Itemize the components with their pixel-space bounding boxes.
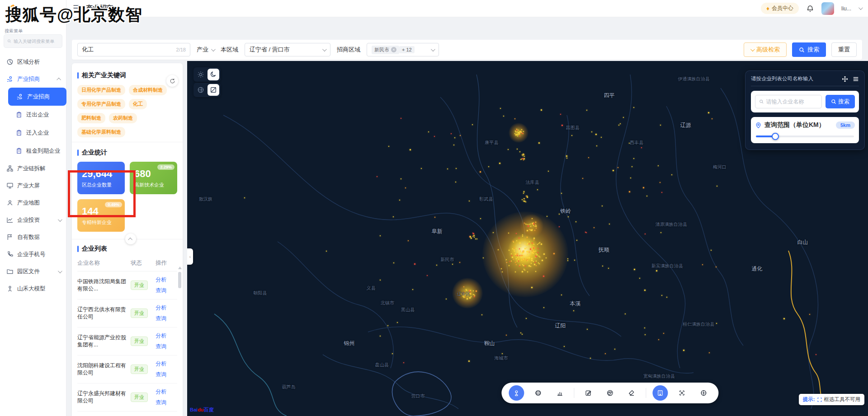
mapbox-icon[interactable] xyxy=(208,84,219,96)
maptype-toggle[interactable] xyxy=(193,83,221,97)
username-label[interactable]: liu... xyxy=(841,5,851,12)
sidebar-item-9[interactable]: 企业投资 xyxy=(0,211,66,229)
pie-icon xyxy=(6,58,14,65)
sidebar-item-8[interactable]: 产业地图 xyxy=(0,194,66,211)
move-icon[interactable] xyxy=(842,76,848,82)
sidebar-item-11[interactable]: 企业手机号 xyxy=(0,246,66,263)
reset-button[interactable]: 重置 xyxy=(831,42,857,57)
keyword-tag[interactable]: 基础化学原料制造 xyxy=(77,127,125,137)
action-link[interactable]: 查询 xyxy=(156,399,174,407)
sidebar-item-10[interactable]: 自有数据 xyxy=(0,229,66,246)
table-row[interactable]: 沈阳市和平区城市管理事务... 开业 分析查询 xyxy=(77,411,177,416)
member-center-button[interactable]: ♦ 会员中心 xyxy=(761,3,799,14)
chevron-up-icon xyxy=(57,77,61,82)
region-select[interactable]: 辽宁省 / 营口市 xyxy=(245,43,330,56)
chevron-down-icon[interactable] xyxy=(859,5,863,10)
map-toolbar xyxy=(501,383,718,403)
keyword-tag[interactable]: 农药制造 xyxy=(109,113,137,123)
action-link[interactable]: 查询 xyxy=(156,343,174,351)
sidebar-item-label: 产业链拆解 xyxy=(17,165,46,173)
table-row[interactable]: 辽宁省能源产业控股集团有... 开业 分析查询 xyxy=(77,327,177,355)
chevron-down-icon xyxy=(750,47,755,51)
geo-search-button[interactable]: 搜索 xyxy=(826,95,855,108)
scroll-up-icon[interactable] xyxy=(178,266,182,269)
notification-bell-icon[interactable] xyxy=(806,5,814,13)
pin-icon[interactable] xyxy=(509,385,524,401)
eraser-icon[interactable] xyxy=(624,385,639,401)
action-link[interactable]: 查询 xyxy=(156,287,174,294)
hamburger-icon[interactable]: ☰ xyxy=(73,4,80,13)
list-icon[interactable] xyxy=(853,76,859,82)
action-link[interactable]: 分析 xyxy=(156,304,174,312)
globe-icon[interactable] xyxy=(530,385,546,401)
company-name: 中国铁路沈阳局集团有限公... xyxy=(77,278,131,292)
list-scrollbar[interactable] xyxy=(178,266,182,416)
sidebar-item-6[interactable]: 产业链拆解 xyxy=(0,160,66,177)
stats-title: 企业统计 xyxy=(77,149,177,157)
toolbar-divider xyxy=(574,388,574,398)
target-icon[interactable] xyxy=(696,385,711,401)
sidebar-item-3[interactable]: 迁出企业 xyxy=(0,106,66,124)
daynight-toggle[interactable] xyxy=(193,67,221,82)
menu-search-box[interactable] xyxy=(4,34,62,48)
boxx-icon[interactable] xyxy=(674,385,689,401)
moon-icon[interactable] xyxy=(208,69,219,80)
table-row[interactable]: 辽宁西北供水有限责任公司 开业 分析查询 xyxy=(77,299,177,327)
keyword-tag[interactable]: 肥料制造 xyxy=(77,113,105,123)
table-row[interactable]: 辽宁永盛兴邦建材有限公司 开业 分析查询 xyxy=(77,383,177,411)
action-link[interactable]: 分析 xyxy=(156,388,174,396)
filter-bar: 化工 2/18 产业 本区域 辽宁省 / 营口市 招商区域 新民市× + 12 … xyxy=(72,40,862,60)
sidebar-item-4[interactable]: 迁入企业 xyxy=(0,124,66,142)
slider-thumb[interactable] xyxy=(772,133,779,140)
chevron-down-icon xyxy=(431,47,435,51)
data-panel: 相关产业关键词 日用化学产品制造合成材料制造专用化学产品制造化工肥料制造农药制造… xyxy=(72,63,183,416)
panel-collapse-tab[interactable]: ‹ xyxy=(187,248,193,265)
industry-keyword-input[interactable]: 化工 2/18 xyxy=(77,43,190,56)
company-name: 辽宁省能源产业控股集团有... xyxy=(77,334,131,348)
sidebar-item-1[interactable]: 产业招商 xyxy=(0,70,66,88)
stat-card-1[interactable]: 2.29%680 高新技术企业 xyxy=(130,162,177,194)
action-link[interactable]: 查询 xyxy=(156,315,174,323)
chevron-down-icon xyxy=(58,269,62,273)
map-canvas[interactable]: 昌图县四平伊通满族自治县辽源梅河口西丰县康平县法库县彰武县铁岭阜新抚顺清原满族自… xyxy=(187,61,868,416)
keyword-tag[interactable]: 化工 xyxy=(129,99,147,109)
action-link[interactable]: 查询 xyxy=(156,371,174,379)
globe2-icon[interactable] xyxy=(195,84,207,96)
building2-icon[interactable] xyxy=(652,385,668,401)
menu-search-input[interactable] xyxy=(14,39,59,44)
stat-card-2[interactable]: 0.49%144 专精特新企业 xyxy=(77,199,125,232)
sidebar-item-0[interactable]: 区域分析 xyxy=(0,53,66,70)
table-row[interactable]: 沈阳朗科建设工程有限公司 开业 分析查询 xyxy=(77,355,177,383)
stats-collapse-button[interactable] xyxy=(125,234,136,244)
sidebar-item-13[interactable]: 山禾大模型 xyxy=(0,280,66,297)
sidebar-item-5[interactable]: 租金到期企业 xyxy=(0,142,66,160)
sidebar-item-7[interactable]: 产业大屏 xyxy=(0,177,66,194)
user-avatar[interactable] xyxy=(821,2,834,15)
clip-icon[interactable] xyxy=(602,385,618,401)
action-link[interactable]: 分析 xyxy=(156,276,174,284)
sidebar-item-label: 自有数据 xyxy=(17,234,40,241)
keyword-tag[interactable]: 日用化学产品制造 xyxy=(77,85,125,95)
advanced-search-button[interactable]: 高级检索 xyxy=(744,42,787,57)
range-slider[interactable] xyxy=(756,136,854,137)
search-button[interactable]: 搜索 xyxy=(792,42,826,57)
action-link[interactable]: 分析 xyxy=(156,360,174,368)
keyword-tag[interactable]: 合成材料制造 xyxy=(129,85,167,95)
sidebar-item-2[interactable]: 产业招商 xyxy=(8,88,66,106)
action-link[interactable]: 分析 xyxy=(156,332,174,340)
edit-icon[interactable] xyxy=(580,385,596,401)
bars-icon[interactable] xyxy=(552,385,567,401)
keyword-tag[interactable]: 专用化学产品制造 xyxy=(77,99,125,109)
sidebar-item-12[interactable]: 园区文件 xyxy=(0,263,66,280)
company-name-input[interactable] xyxy=(755,95,822,108)
target-region-select[interactable]: 新民市× + 12 xyxy=(367,43,439,56)
remove-tag-icon[interactable]: × xyxy=(391,47,396,52)
industry-dropdown[interactable]: 产业 xyxy=(197,46,214,54)
table-row[interactable]: 中国铁路沈阳局集团有限公... 开业 分析查询 xyxy=(77,271,177,299)
sidebar-item-label: 区域分析 xyxy=(17,58,40,66)
sun-icon[interactable] xyxy=(195,69,207,80)
scroll-thumb[interactable] xyxy=(178,272,181,288)
status-badge: 开业 xyxy=(131,365,148,374)
stat-card-0[interactable]: 29,644 区总企业数量 xyxy=(77,162,125,194)
refresh-icon[interactable] xyxy=(166,75,178,87)
